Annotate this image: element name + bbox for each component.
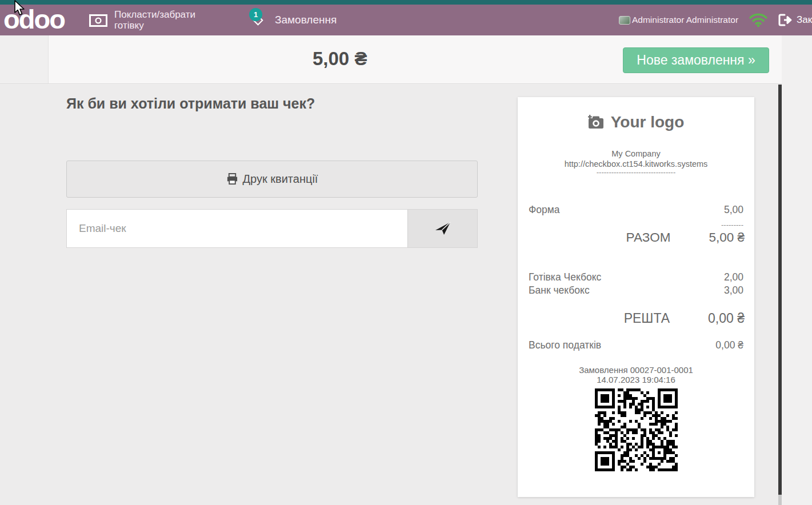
payment-value: 2,00: [724, 271, 743, 283]
receipt-logo-row: Your logo: [518, 113, 754, 131]
orders-button[interactable]: 1 Замовлення: [254, 5, 337, 35]
pos-receipt-screen: odoo Покласти/забрати готівку 1 Замовлен…: [0, 0, 812, 505]
user-name: Administrator Administrator: [632, 15, 738, 25]
qr-code: [595, 388, 678, 471]
taxes-label: Всього податків: [529, 339, 601, 351]
orders-tag-icon: 1: [254, 17, 266, 28]
receipt-order-reference: Замовлення 00027-001-0001: [518, 365, 754, 375]
payment-label: Банк чекбокс: [529, 284, 590, 296]
email-receipt-row: [66, 209, 478, 248]
close-session-button[interactable]: Закр: [778, 5, 812, 35]
user-menu[interactable]: Administrator Administrator: [619, 5, 738, 35]
receipt-change-row: РЕШТА 0,00 ₴: [518, 311, 754, 326]
top-teal-strip: [0, 0, 812, 5]
orderline-value: 5,00: [724, 204, 743, 216]
logout-icon: [778, 14, 793, 26]
orders-label: Замовлення: [275, 14, 337, 26]
banknote-icon: [89, 14, 107, 27]
receipt-payment-row: Готівка Чекбокс 2,00: [518, 271, 754, 283]
receipt-company-name: My Company: [518, 149, 754, 158]
wifi-icon: [749, 13, 768, 27]
receipt-preview: Your logo My Company http://checkbox.ct1…: [518, 97, 754, 497]
send-email-button[interactable]: [407, 210, 477, 247]
payment-label: Готівка Чекбокс: [529, 271, 601, 283]
change-label: РЕШТА: [624, 311, 670, 326]
email-receipt-input[interactable]: [67, 210, 407, 247]
paper-plane-icon: [434, 221, 451, 236]
total-label: РАЗОМ: [626, 230, 671, 245]
close-session-label: Закр: [797, 14, 812, 26]
total-value: 5,00 ₴: [709, 230, 745, 245]
order-total-amount: 5,00 ₴: [313, 48, 367, 70]
order-summary-header: 5,00 ₴ Нове замовлення »: [0, 35, 812, 84]
pos-navbar: odoo Покласти/забрати готівку 1 Замовлен…: [0, 5, 812, 35]
receipt-taxes-row: Всього податків 0,00 ₴: [518, 339, 754, 351]
cash-in-out-label: Покласти/забрати готівку: [114, 9, 195, 31]
taxes-value: 0,00 ₴: [715, 339, 743, 351]
receipt-payment-row: Банк чекбокс 3,00: [518, 284, 754, 296]
right-gutter: [782, 35, 812, 505]
receipt-total-row: РАЗОМ 5,00 ₴: [518, 230, 754, 245]
print-receipt-label: Друк квитанції: [243, 173, 318, 186]
change-value: 0,00 ₴: [708, 311, 745, 326]
connection-status: [749, 13, 768, 27]
receipt-separator: --------------------------------: [518, 168, 754, 177]
odoo-logo: odoo: [3, 3, 65, 34]
receipt-orderline: Форма 5,00: [518, 204, 754, 216]
orders-count-badge: 1: [249, 8, 262, 21]
receipt-logo-placeholder: Your logo: [611, 113, 685, 131]
camera-icon: [588, 115, 605, 130]
receipt-company-url: http://checkbox.ct154.kitworks.systems: [518, 159, 754, 169]
print-receipt-button[interactable]: Друк квитанції: [66, 161, 478, 198]
new-order-button[interactable]: Нове замовлення »: [623, 47, 769, 73]
receipt-question-title: Як би ви хотіли отримати ваш чек?: [66, 95, 315, 112]
receipt-order-datetime: 14.07.2023 19:04:16: [518, 375, 754, 384]
cash-in-out-button[interactable]: Покласти/забрати готівку: [89, 5, 195, 35]
header-left-pane: [0, 35, 49, 83]
user-avatar: [619, 16, 630, 25]
receipt-qr-wrap: [518, 388, 754, 471]
orderline-label: Форма: [529, 204, 560, 216]
printer-icon: [226, 173, 238, 185]
receipt-screen-body: Як би ви хотіли отримати ваш чек? Друк к…: [0, 85, 778, 505]
receipt-total-separator: ---------: [721, 221, 743, 229]
payment-value: 3,00: [724, 284, 743, 296]
